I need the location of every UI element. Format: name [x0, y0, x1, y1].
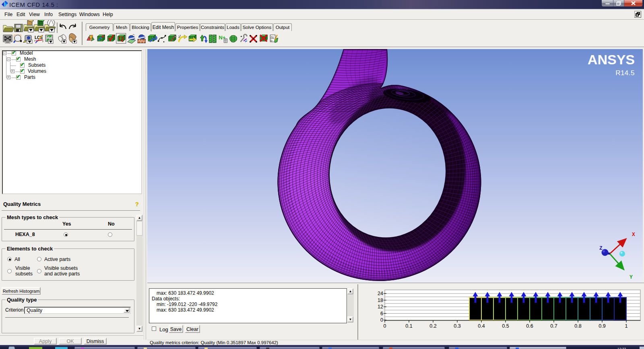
- svg-text:0.6: 0.6: [526, 323, 533, 329]
- svg-text:0.4: 0.4: [478, 323, 485, 329]
- svg-text:6: 6: [380, 311, 383, 316]
- svg-text:18: 18: [378, 298, 383, 303]
- svg-text:0: 0: [380, 317, 383, 323]
- svg-text:12:33: 12:33: [617, 347, 626, 349]
- svg-text:Y: Y: [630, 274, 633, 280]
- svg-text:y: y: [42, 40, 43, 42]
- svg-text:Q: Q: [119, 35, 124, 42]
- svg-text:24: 24: [378, 291, 383, 296]
- svg-text:0.3: 0.3: [454, 323, 460, 329]
- svg-text:1: 1: [625, 323, 628, 329]
- svg-text:12: 12: [378, 304, 383, 310]
- svg-text:0.8: 0.8: [574, 323, 581, 329]
- svg-text:0.9: 0.9: [599, 323, 605, 329]
- svg-text:D: D: [270, 39, 272, 42]
- svg-text:0.5: 0.5: [502, 323, 509, 329]
- svg-text:0.7: 0.7: [550, 323, 557, 329]
- svg-text:x: x: [42, 34, 43, 37]
- svg-text:Att: Att: [270, 35, 274, 38]
- svg-text:0.1: 0.1: [405, 323, 412, 329]
- svg-text:X: X: [632, 232, 635, 238]
- svg-text:z: z: [34, 39, 35, 42]
- svg-text:0.2: 0.2: [429, 323, 436, 329]
- svg-text:0: 0: [384, 323, 386, 329]
- svg-text:Z: Z: [599, 245, 603, 251]
